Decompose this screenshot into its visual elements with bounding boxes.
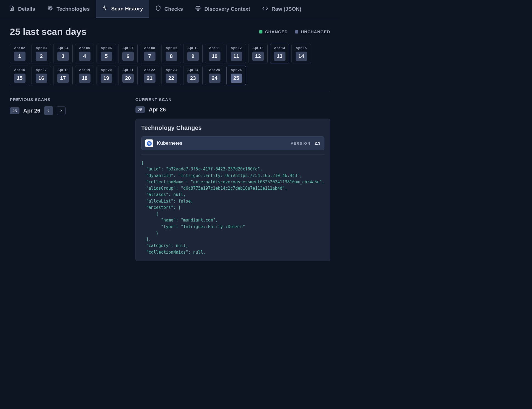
day-cell[interactable]: Apr 1817 — [53, 66, 73, 85]
day-cell[interactable]: Apr 065 — [97, 44, 116, 63]
day-number[interactable]: 7 — [144, 52, 155, 61]
day-label: Apr 08 — [142, 46, 157, 50]
day-number[interactable]: 10 — [209, 52, 220, 61]
day-cell[interactable]: Apr 1110 — [205, 44, 224, 63]
day-label: Apr 05 — [77, 46, 92, 50]
day-number[interactable]: 14 — [296, 52, 307, 61]
json-output: { "uuid": "b32aada7-3f5c-417f-8423-237d2… — [141, 160, 324, 256]
day-cell[interactable]: Apr 032 — [32, 44, 51, 63]
tech-item-kubernetes[interactable]: Kubernetes VERSION 2.3 — [141, 136, 324, 150]
day-cell[interactable]: Apr 2019 — [97, 66, 116, 85]
day-cell[interactable]: Apr 109 — [183, 44, 203, 63]
previous-nav-back-button[interactable] — [44, 106, 53, 115]
day-label: Apr 17 — [33, 68, 49, 72]
day-cell[interactable]: Apr 1716 — [32, 66, 51, 85]
day-number[interactable]: 15 — [14, 74, 26, 83]
legend-label: UNCHANGED — [301, 29, 330, 34]
tab-checks[interactable]: Checks — [149, 0, 189, 18]
code-icon — [262, 5, 268, 13]
day-number[interactable]: 2 — [36, 52, 47, 61]
day-label: Apr 14 — [272, 46, 287, 50]
legend: CHANGED UNCHANGED — [259, 29, 330, 34]
day-number[interactable]: 21 — [144, 74, 155, 83]
day-cell[interactable]: Apr 2423 — [183, 66, 203, 85]
day-number[interactable]: 22 — [166, 74, 177, 83]
day-cell[interactable]: Apr 1918 — [75, 66, 94, 85]
day-number[interactable]: 1 — [14, 52, 26, 61]
day-label: Apr 18 — [55, 68, 71, 72]
technology-changes-panel: Technology Changes Kubernetes VERSION 2.… — [135, 119, 330, 261]
day-label: Apr 23 — [163, 68, 179, 72]
tab-scan-history[interactable]: Scan History — [96, 0, 149, 18]
day-label: Apr 09 — [163, 46, 179, 50]
current-scan-label: CURRENT SCAN — [135, 97, 330, 102]
changed-dot — [259, 30, 262, 33]
day-cell[interactable]: Apr 2120 — [118, 66, 138, 85]
day-number[interactable]: 3 — [57, 52, 69, 61]
day-label: Apr 12 — [228, 46, 244, 50]
day-number[interactable]: 24 — [209, 74, 220, 83]
tab-raw-json[interactable]: Raw (JSON) — [256, 0, 307, 18]
day-number[interactable]: 4 — [79, 52, 90, 61]
day-number[interactable]: 20 — [122, 74, 134, 83]
day-cell[interactable]: Apr 1615 — [10, 66, 29, 85]
day-label: Apr 06 — [98, 46, 114, 50]
tab-label: Technologies — [56, 6, 90, 12]
tab-discovery-context[interactable]: Discovery Context — [189, 0, 256, 18]
day-number[interactable]: 6 — [122, 52, 134, 61]
previous-scan-date: Apr 26 — [23, 108, 40, 114]
day-number[interactable]: 8 — [166, 52, 177, 61]
day-cell[interactable]: Apr 2221 — [140, 66, 159, 85]
previous-scan-badge: 25 — [10, 107, 19, 114]
globe-icon — [195, 5, 201, 13]
tab-label: Details — [18, 6, 35, 12]
day-cell[interactable]: Apr 054 — [75, 44, 94, 63]
panel-divider — [141, 155, 324, 155]
day-label: Apr 26 — [228, 68, 244, 72]
day-number[interactable]: 17 — [57, 74, 69, 83]
tab-details[interactable]: Details — [3, 0, 41, 18]
day-label: Apr 07 — [120, 46, 136, 50]
day-label: Apr 24 — [185, 68, 201, 72]
day-cell[interactable]: Apr 1211 — [227, 44, 246, 63]
day-cell[interactable]: Apr 087 — [140, 44, 159, 63]
day-number[interactable]: 11 — [231, 52, 242, 61]
day-label: Apr 02 — [12, 46, 27, 50]
day-number[interactable]: 23 — [187, 74, 199, 83]
day-cell[interactable]: Apr 021 — [10, 44, 29, 63]
day-number[interactable]: 16 — [36, 74, 47, 83]
tab-label: Raw (JSON) — [271, 6, 301, 12]
tab-label: Scan History — [111, 6, 143, 12]
kubernetes-icon — [145, 139, 153, 147]
day-label: Apr 10 — [185, 46, 201, 50]
previous-nav-forward-button[interactable] — [57, 106, 66, 115]
day-number[interactable]: 19 — [101, 74, 112, 83]
day-label: Apr 13 — [250, 46, 266, 50]
day-number[interactable]: 13 — [274, 52, 285, 61]
tab-technologies[interactable]: Technologies — [41, 0, 96, 18]
day-cell[interactable]: Apr 1413 — [270, 44, 289, 63]
day-cell[interactable]: Apr 2524 — [205, 66, 224, 85]
day-cell[interactable]: Apr 2625 — [227, 66, 246, 85]
day-cell[interactable]: Apr 1514 — [292, 44, 311, 63]
day-cell[interactable]: Apr 076 — [118, 44, 138, 63]
file-icon — [9, 5, 15, 13]
current-scan-date: Apr 26 — [149, 107, 166, 113]
divider — [10, 91, 330, 91]
svg-rect-1 — [50, 7, 51, 9]
tab-label: Checks — [165, 6, 183, 12]
day-cell[interactable]: Apr 1312 — [248, 44, 268, 63]
day-number[interactable]: 9 — [187, 52, 199, 61]
day-cell[interactable]: Apr 043 — [53, 44, 73, 63]
day-number[interactable]: 5 — [101, 52, 112, 61]
day-number[interactable]: 25 — [231, 74, 242, 83]
day-label: Apr 15 — [293, 46, 309, 50]
day-cell[interactable]: Apr 2322 — [162, 66, 181, 85]
day-number[interactable]: 12 — [252, 52, 264, 61]
chip-icon — [47, 5, 53, 13]
version-label: VERSION — [291, 141, 311, 145]
day-cell[interactable]: Apr 098 — [162, 44, 181, 63]
day-number[interactable]: 18 — [79, 74, 90, 83]
day-label: Apr 22 — [142, 68, 157, 72]
day-label: Apr 19 — [77, 68, 92, 72]
